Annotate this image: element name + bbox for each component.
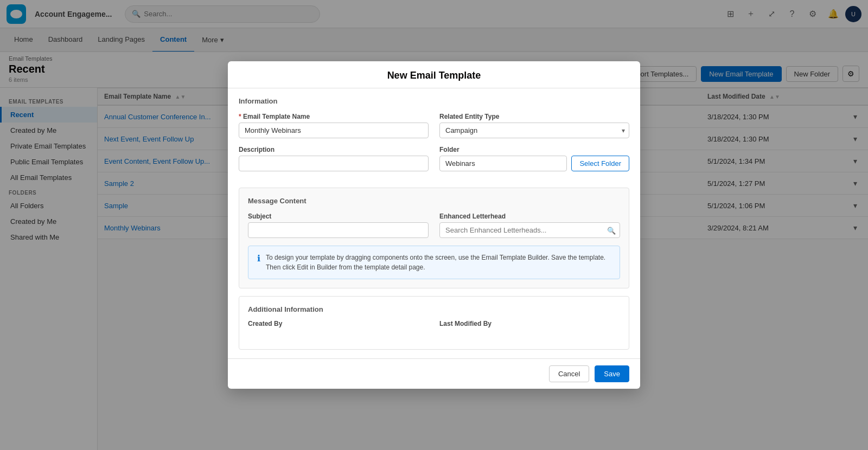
description-input[interactable] (239, 156, 429, 171)
template-name-input[interactable] (239, 123, 429, 138)
form-group-description: Description (239, 146, 429, 171)
form-row-description-folder: Description Folder Select Folder (239, 146, 629, 171)
info-icon: ℹ (257, 253, 260, 263)
letterhead-wrapper: 🔍 (439, 222, 620, 238)
form-group-folder: Folder Select Folder (439, 146, 629, 171)
subject-label: Subject (248, 213, 429, 220)
save-button[interactable]: Save (595, 365, 629, 382)
cancel-button[interactable]: Cancel (549, 365, 589, 382)
related-entity-label: Related Entity Type (439, 113, 629, 120)
additional-information-section: Additional Information Created By Last M… (239, 296, 629, 350)
form-group-letterhead: Enhanced Letterhead 🔍 (439, 213, 620, 238)
form-row-subject-letterhead: Subject Enhanced Letterhead 🔍 (248, 213, 620, 238)
form-group-template-name: * Email Template Name (239, 113, 429, 138)
folder-row: Select Folder (439, 156, 629, 171)
subject-input[interactable] (248, 222, 429, 238)
letterhead-label: Enhanced Letterhead (439, 213, 620, 220)
modal-footer: Cancel Save (228, 358, 640, 389)
form-row-name-entity: * Email Template Name Related Entity Typ… (239, 113, 629, 138)
message-content-section: Message Content Subject Enhanced Letterh… (239, 188, 629, 288)
folder-input[interactable] (439, 156, 567, 171)
last-modified-by-value (439, 330, 620, 340)
created-by-field: Created By (248, 320, 429, 340)
modal-overlay: New Email Template Information * Email T… (0, 0, 868, 450)
new-email-template-modal: New Email Template Information * Email T… (228, 61, 640, 389)
select-folder-button[interactable]: Select Folder (571, 156, 629, 171)
message-content-label: Message Content (248, 197, 620, 205)
modal-information-section: Information * Email Template Name Relate… (228, 88, 640, 188)
information-section-label: Information (239, 97, 629, 105)
related-entity-wrapper: Campaign Prospect Opportunity Contact Le… (439, 123, 629, 138)
form-group-subject: Subject (248, 213, 429, 238)
additional-fields: Created By Last Modified By (248, 320, 620, 340)
description-label: Description (239, 146, 429, 153)
last-modified-by-field: Last Modified By (439, 320, 620, 340)
form-group-related-entity: Related Entity Type Campaign Prospect Op… (439, 113, 629, 138)
info-text: To design your template by dragging comp… (266, 253, 611, 272)
letterhead-input[interactable] (439, 222, 620, 238)
info-box: ℹ To design your template by dragging co… (248, 246, 620, 279)
created-by-value (248, 330, 429, 340)
additional-information-label: Additional Information (248, 305, 620, 313)
template-name-label: * Email Template Name (239, 113, 429, 120)
modal-header: New Email Template (228, 61, 640, 88)
related-entity-select[interactable]: Campaign Prospect Opportunity Contact Le… (439, 123, 629, 138)
created-by-label: Created By (248, 320, 429, 327)
required-star: * (239, 113, 241, 120)
last-modified-by-label: Last Modified By (439, 320, 620, 327)
folder-label: Folder (439, 146, 629, 153)
modal-title: New Email Template (239, 70, 629, 81)
